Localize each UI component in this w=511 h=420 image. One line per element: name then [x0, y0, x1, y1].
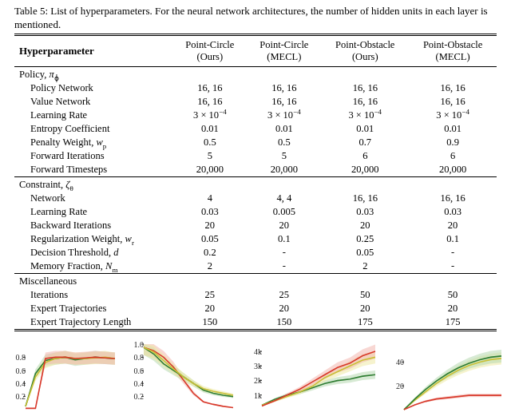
header-col-1: Point-Circle (MECL)	[247, 34, 321, 66]
row-label: Value Network	[14, 95, 172, 109]
table-header-row: Hyperparameter Point-Circle (Ours) Point…	[14, 34, 497, 66]
y-tick-label: 0.6	[125, 366, 144, 374]
table-row: Network44, 416, 1616, 16	[14, 192, 497, 205]
row-value: 20	[409, 302, 497, 315]
row-label: Network	[14, 192, 172, 205]
row-value: 16, 16	[321, 95, 409, 109]
header-col-1-bot: (MECL)	[267, 51, 301, 62]
row-value: 20,000	[321, 163, 409, 177]
row-label: Expert Trajectories	[14, 302, 172, 315]
charts-row: 0.20.40.60.80.20.40.60.81.01k2k3k4k2040	[0, 331, 511, 411]
row-value: 0.005	[247, 205, 321, 219]
chart: 0.20.40.60.81.0	[125, 343, 236, 411]
row-value: 20	[321, 302, 409, 315]
section-title: Constraint, ζθ	[14, 176, 497, 192]
row-value: 0.01	[321, 122, 409, 136]
row-value: 16, 16	[247, 81, 321, 95]
section-title: Policy, πϕ	[14, 66, 497, 81]
chart: 0.20.40.60.8	[6, 343, 118, 411]
row-value: 0.03	[321, 205, 409, 219]
row-value: 16, 16	[321, 81, 409, 95]
header-hyperparameter: Hyperparameter	[14, 34, 172, 66]
y-tick-label: 20	[385, 381, 404, 390]
table-row: Decision Threshold, d0.2-0.05-	[14, 246, 497, 260]
row-value: 16, 16	[409, 81, 497, 95]
chart-svg	[385, 343, 505, 411]
table-caption: Table 5: List of hyperparameters. For th…	[0, 0, 511, 34]
row-value: 20,000	[247, 163, 321, 177]
row-value: 0.01	[172, 122, 247, 136]
row-value: 0.9	[409, 136, 497, 149]
row-value: 50	[321, 288, 409, 302]
row-value: 16, 16	[172, 95, 247, 109]
header-col-3-top: Point-Obstacle	[423, 39, 482, 50]
row-value: 5	[172, 149, 247, 163]
hyperparameter-table: Hyperparameter Point-Circle (Ours) Point…	[14, 34, 497, 331]
row-value: 3 × 10−4	[409, 109, 497, 122]
row-label: Forward Timesteps	[14, 163, 172, 177]
row-value: 4	[172, 192, 247, 205]
table-row: Learning Rate3 × 10−43 × 10−43 × 10−43 ×…	[14, 109, 497, 122]
row-value: 16, 16	[321, 192, 409, 205]
row-value: 3 × 10−4	[172, 109, 247, 122]
row-value: 0.05	[172, 232, 247, 246]
table-row: Regularization Weight, wr0.050.10.250.1	[14, 232, 497, 246]
row-label: Learning Rate	[14, 205, 172, 219]
table-row: Entropy Coefficient0.010.010.010.01	[14, 122, 497, 136]
row-value: 0.1	[247, 232, 321, 246]
row-value: 20	[172, 219, 247, 232]
row-value: 20	[172, 302, 247, 315]
row-value: -	[409, 246, 497, 260]
row-value: 0.1	[409, 232, 497, 246]
row-value: 20	[409, 219, 497, 232]
y-tick-label: 2k	[243, 376, 262, 385]
table-row: Value Network16, 1616, 1616, 1616, 16	[14, 95, 497, 109]
table-row: Penalty Weight, wp0.50.50.70.9	[14, 136, 497, 149]
hyperparameter-table-wrap: Hyperparameter Point-Circle (Ours) Point…	[0, 34, 511, 331]
row-value: 25	[172, 288, 247, 302]
header-col-2-bot: (Ours)	[352, 51, 378, 62]
row-value: 0.25	[321, 232, 409, 246]
chart: 2040	[385, 343, 505, 411]
table-row: Memory Fraction, Nm2-2-	[14, 260, 497, 274]
y-tick-label: 4k	[243, 347, 262, 355]
table-row: Learning Rate0.030.0050.030.03	[14, 205, 497, 219]
header-col-2: Point-Obstacle (Ours)	[321, 34, 409, 66]
row-value: -	[247, 260, 321, 274]
row-label: Policy Network	[14, 81, 172, 95]
row-value: 6	[321, 149, 409, 163]
row-value: 0.2	[172, 246, 247, 260]
y-tick-label: 1.0	[125, 339, 144, 348]
row-value: 2	[172, 260, 247, 274]
header-col-3: Point-Obstacle (MECL)	[409, 34, 497, 66]
header-col-0-top: Point-Circle	[185, 39, 234, 50]
y-tick-label: 40	[385, 358, 404, 367]
row-value: 0.03	[172, 205, 247, 219]
row-value: 20	[247, 302, 321, 315]
row-value: 0.03	[409, 205, 497, 219]
row-value: 3 × 10−4	[321, 109, 409, 122]
row-label: Regularization Weight, wr	[14, 232, 172, 246]
row-label: Learning Rate	[14, 109, 172, 122]
row-label: Iterations	[14, 288, 172, 302]
table-row: Expert Trajectory Length150150175175	[14, 315, 497, 331]
row-value: 16, 16	[409, 192, 497, 205]
row-label: Decision Threshold, d	[14, 246, 172, 260]
y-tick-label: 0.2	[125, 392, 144, 401]
row-value: 16, 16	[409, 95, 497, 109]
row-value: 0.05	[321, 246, 409, 260]
header-col-0-bot: (Ours)	[197, 51, 224, 62]
row-value: 3 × 10−4	[247, 109, 321, 122]
table-row: Backward Iterations20202020	[14, 219, 497, 232]
y-tick-label: 0.4	[125, 378, 144, 387]
row-label: Forward Iterations	[14, 149, 172, 163]
y-tick-label: 3k	[243, 362, 262, 370]
row-value: 50	[409, 288, 497, 302]
row-value: 175	[321, 315, 409, 331]
row-value: 150	[172, 315, 247, 331]
row-value: 16, 16	[247, 95, 321, 109]
y-tick-label: 0.6	[6, 366, 26, 374]
header-col-3-bot: (MECL)	[436, 51, 470, 62]
y-tick-label: 0.8	[6, 353, 26, 362]
row-value: 16, 16	[172, 81, 247, 95]
